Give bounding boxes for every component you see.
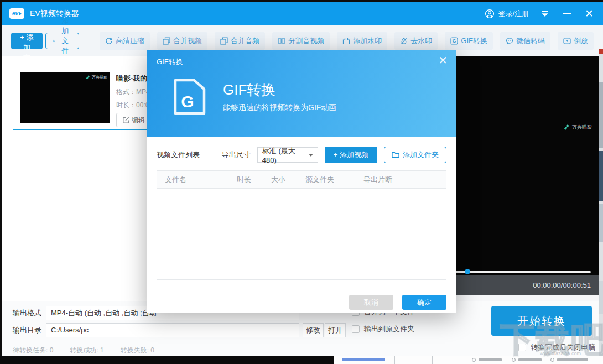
login-register-button[interactable]: 登录/注册 xyxy=(485,9,529,19)
video-duration: 时长：00:0 xyxy=(116,101,149,110)
dialog-close-icon[interactable]: ✕ xyxy=(438,55,448,66)
edit-icon xyxy=(123,117,129,123)
export-size-select[interactable]: 标准 (最大480) xyxy=(257,147,318,163)
chevron-down-icon xyxy=(309,154,313,157)
same-folder-checkbox-row: 输出到原文件夹 xyxy=(352,324,414,334)
modify-button[interactable]: 修改 xyxy=(303,323,324,337)
merge-video-icon xyxy=(163,37,170,45)
same-folder-label: 输出到原文件夹 xyxy=(364,324,414,334)
dialog-hero-title: GIF转换 xyxy=(223,80,275,100)
tool-merge-audio[interactable]: 合并音频 xyxy=(215,32,265,50)
background-window-bottom-strip xyxy=(0,356,603,364)
app-logo-text: ev xyxy=(12,11,18,17)
preview-watermark: 万兴喵影 xyxy=(564,124,592,131)
app-logo-icon: ev xyxy=(9,8,24,19)
close-button[interactable]: ✕ xyxy=(583,8,595,20)
background-window-right-strip xyxy=(599,49,603,356)
add-folder-button[interactable]: 添加文件夹 xyxy=(45,33,79,49)
time-display: 00:00:00/00:00:51 xyxy=(533,281,591,289)
add-video-button[interactable]: + 添加视频 xyxy=(325,147,377,163)
status-bar: 待转换任务: 0 转换成功: 1 转换失败: 0 xyxy=(13,346,154,355)
folder-icon xyxy=(392,152,399,158)
col-size: 大小 xyxy=(263,175,298,185)
svg-text:G: G xyxy=(453,38,456,44)
gif-convert-icon: G xyxy=(450,37,458,45)
minimize-button[interactable] xyxy=(561,8,573,20)
app-title: EV视频转换器 xyxy=(30,9,79,19)
gif-document-icon: G xyxy=(171,76,208,117)
wondershare-logo-icon xyxy=(564,124,570,131)
thumbnail-watermark: 万兴喵影 xyxy=(86,75,107,80)
tool-reverse-play[interactable]: 倒放 xyxy=(558,32,594,50)
hd-compress-icon xyxy=(105,37,113,45)
same-folder-checkbox[interactable] xyxy=(352,325,360,333)
tool-hd-compress[interactable]: 高清压缩 xyxy=(100,32,150,50)
dialog-add-folder-button[interactable]: 添加文件夹 xyxy=(384,147,446,163)
seek-handle[interactable] xyxy=(465,269,470,274)
confirm-button[interactable]: 确定 xyxy=(402,295,446,310)
success-count: 转换成功: 1 xyxy=(70,346,103,355)
col-export-clip: 导出片断 xyxy=(356,175,392,185)
add-file-button[interactable]: + 添加文件 xyxy=(11,33,43,49)
export-size-value: 标准 (最大480) xyxy=(262,146,309,164)
remove-watermark-icon xyxy=(400,37,408,45)
col-source-folder: 源文件夹 xyxy=(298,175,356,185)
title-bar: ev EV视频转换器 登录/注册 ✕ xyxy=(2,2,603,25)
pending-count: 待转换任务: 0 xyxy=(13,346,53,355)
wondershare-logo-icon xyxy=(86,75,90,80)
login-register-label: 登录/注册 xyxy=(498,9,529,19)
dialog-title: GIF转换 xyxy=(157,57,183,67)
reverse-play-icon xyxy=(563,37,571,45)
background-link-fragment xyxy=(342,358,385,361)
svg-text:G: G xyxy=(181,92,194,111)
output-dir-label: 输出目录 xyxy=(13,325,41,335)
video-list-label: 视频文件列表 xyxy=(157,150,200,160)
tool-merge-video[interactable]: 合并视频 xyxy=(157,32,207,50)
screenshot-root: ev EV视频转换器 登录/注册 ✕ + 添加文件 xyxy=(0,0,603,364)
skin-menu-icon[interactable] xyxy=(539,8,551,20)
output-format-label: 输出格式 xyxy=(13,308,41,318)
tool-split-media[interactable]: 分割音视频 xyxy=(272,32,330,50)
dialog-controls-row: 视频文件列表 导出尺寸 标准 (最大480) + 添加视频 添加文件夹 xyxy=(147,147,456,163)
table-header-row: 文件名 时长 大小 源文件夹 导出片断 xyxy=(157,171,446,189)
dialog-header: GIF转换 ✕ G GIF转换 能够迅速的将视频转换为GIF动画 xyxy=(147,50,456,137)
dialog-add-folder-label: 添加文件夹 xyxy=(403,150,439,160)
split-media-icon xyxy=(278,37,285,45)
col-filename: 文件名 xyxy=(157,175,229,185)
shutdown-checkbox-row: 转换完成后关闭电脑 xyxy=(518,342,595,352)
dialog-hero-subtitle: 能够迅速的将视频转换为GIF动画 xyxy=(223,103,336,113)
merge-audio-icon xyxy=(220,37,228,45)
video-thumbnail: 万兴喵影 xyxy=(20,72,110,123)
dialog-file-table: 文件名 时长 大小 源文件夹 导出片断 xyxy=(157,170,446,280)
tool-wechat-transcode[interactable]: 微信转码 xyxy=(500,32,550,50)
folder-icon xyxy=(53,38,56,44)
gif-convert-dialog: GIF转换 ✕ G GIF转换 能够迅速的将视频转换为GIF动画 视频文件列表 … xyxy=(147,50,456,313)
wechat-transcode-icon xyxy=(506,37,513,45)
shutdown-label: 转换完成后关闭电脑 xyxy=(531,342,595,352)
start-convert-button[interactable]: 开始转换 xyxy=(491,306,592,336)
dialog-footer: 取消 确定 xyxy=(147,280,456,310)
cancel-button[interactable]: 取消 xyxy=(349,295,393,310)
tool-add-watermark[interactable]: 添加水印 xyxy=(337,32,387,50)
open-button[interactable]: 打开 xyxy=(325,323,346,337)
output-dir-input[interactable]: C:/Users/pc xyxy=(46,323,299,337)
video-format: 格式：MP4 xyxy=(116,87,150,97)
export-size-label: 导出尺寸 xyxy=(222,150,251,160)
table-empty-body xyxy=(157,189,446,280)
shutdown-checkbox[interactable] xyxy=(518,344,526,351)
tool-gif-convert[interactable]: G GIF转换 xyxy=(445,32,493,50)
user-icon xyxy=(485,9,495,19)
col-duration: 时长 xyxy=(229,175,263,185)
tool-remove-watermark[interactable]: 去水印 xyxy=(394,32,438,50)
video-title: 喵影-我的 xyxy=(116,74,147,84)
add-watermark-icon xyxy=(342,37,350,45)
failed-count: 转换失败: 0 xyxy=(121,346,154,355)
